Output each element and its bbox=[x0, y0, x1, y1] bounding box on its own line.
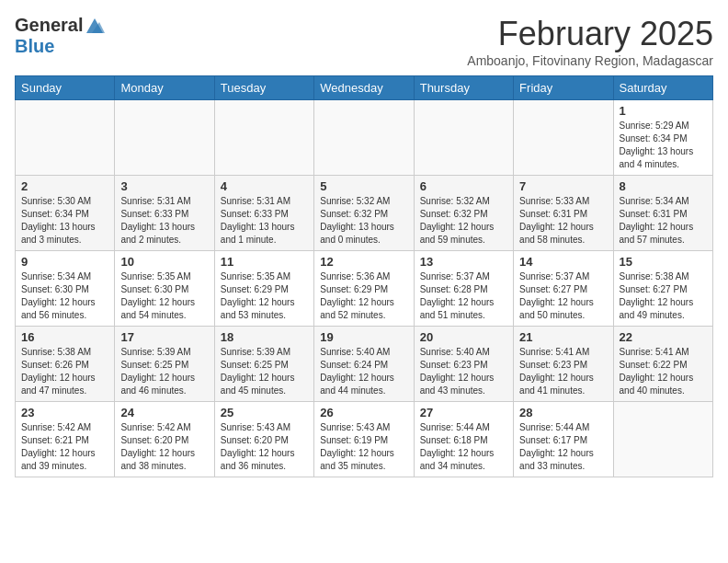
calendar-day-cell: 14Sunrise: 5:37 AM Sunset: 6:27 PM Dayli… bbox=[514, 251, 613, 327]
day-info: Sunrise: 5:41 AM Sunset: 6:23 PM Dayligh… bbox=[519, 346, 607, 397]
logo-icon bbox=[85, 17, 105, 35]
calendar-day-cell: 24Sunrise: 5:42 AM Sunset: 6:20 PM Dayli… bbox=[115, 402, 214, 477]
calendar-day-cell: 1Sunrise: 5:29 AM Sunset: 6:34 PM Daylig… bbox=[613, 100, 712, 176]
day-number: 26 bbox=[320, 406, 407, 419]
day-number: 22 bbox=[620, 330, 707, 344]
day-number: 28 bbox=[519, 406, 607, 419]
day-info: Sunrise: 5:31 AM Sunset: 6:33 PM Dayligh… bbox=[120, 195, 208, 247]
day-info: Sunrise: 5:35 AM Sunset: 6:29 PM Dayligh… bbox=[221, 270, 308, 322]
location-subtitle: Amboanjo, Fitovinany Region, Madagascar bbox=[467, 53, 713, 68]
day-number: 10 bbox=[120, 255, 208, 269]
calendar-day-cell: 15Sunrise: 5:38 AM Sunset: 6:27 PM Dayli… bbox=[613, 251, 712, 327]
day-info: Sunrise: 5:34 AM Sunset: 6:31 PM Dayligh… bbox=[620, 195, 707, 247]
calendar-day-cell: 8Sunrise: 5:34 AM Sunset: 6:31 PM Daylig… bbox=[613, 176, 712, 251]
day-number: 7 bbox=[519, 179, 607, 193]
weekday-header: Wednesday bbox=[314, 76, 414, 100]
weekday-header: Friday bbox=[514, 76, 613, 100]
calendar-day-cell bbox=[314, 100, 414, 176]
calendar-day-cell: 26Sunrise: 5:43 AM Sunset: 6:19 PM Dayli… bbox=[314, 402, 414, 477]
weekday-header: Tuesday bbox=[214, 76, 313, 100]
month-title: February 2025 bbox=[467, 15, 713, 53]
day-info: Sunrise: 5:39 AM Sunset: 6:25 PM Dayligh… bbox=[221, 346, 308, 397]
calendar-day-cell: 9Sunrise: 5:34 AM Sunset: 6:30 PM Daylig… bbox=[16, 251, 115, 327]
weekday-header: Thursday bbox=[414, 76, 513, 100]
calendar-day-cell bbox=[115, 100, 214, 176]
weekday-header: Monday bbox=[115, 76, 214, 100]
day-info: Sunrise: 5:31 AM Sunset: 6:33 PM Dayligh… bbox=[221, 195, 308, 247]
day-number: 21 bbox=[519, 330, 607, 344]
weekday-header: Saturday bbox=[613, 76, 712, 100]
day-number: 3 bbox=[120, 179, 208, 193]
day-number: 8 bbox=[620, 179, 707, 193]
day-info: Sunrise: 5:40 AM Sunset: 6:23 PM Dayligh… bbox=[420, 346, 507, 397]
calendar-day-cell: 3Sunrise: 5:31 AM Sunset: 6:33 PM Daylig… bbox=[115, 176, 214, 251]
day-number: 20 bbox=[420, 330, 507, 344]
calendar-day-cell: 25Sunrise: 5:43 AM Sunset: 6:20 PM Dayli… bbox=[214, 402, 313, 477]
calendar-day-cell: 18Sunrise: 5:39 AM Sunset: 6:25 PM Dayli… bbox=[214, 327, 313, 402]
calendar-day-cell: 2Sunrise: 5:30 AM Sunset: 6:34 PM Daylig… bbox=[16, 176, 115, 251]
calendar-week-row: 9Sunrise: 5:34 AM Sunset: 6:30 PM Daylig… bbox=[16, 251, 713, 327]
day-info: Sunrise: 5:34 AM Sunset: 6:30 PM Dayligh… bbox=[21, 270, 108, 322]
day-info: Sunrise: 5:37 AM Sunset: 6:27 PM Dayligh… bbox=[519, 270, 607, 322]
day-info: Sunrise: 5:40 AM Sunset: 6:24 PM Dayligh… bbox=[320, 346, 407, 397]
day-info: Sunrise: 5:42 AM Sunset: 6:21 PM Dayligh… bbox=[21, 421, 108, 473]
day-info: Sunrise: 5:38 AM Sunset: 6:27 PM Dayligh… bbox=[620, 270, 707, 322]
calendar-day-cell bbox=[613, 402, 712, 477]
day-info: Sunrise: 5:38 AM Sunset: 6:26 PM Dayligh… bbox=[21, 346, 108, 397]
day-number: 24 bbox=[120, 406, 208, 419]
day-info: Sunrise: 5:44 AM Sunset: 6:17 PM Dayligh… bbox=[519, 421, 607, 473]
calendar-day-cell bbox=[214, 100, 313, 176]
day-number: 9 bbox=[21, 255, 108, 269]
day-number: 23 bbox=[21, 406, 108, 419]
calendar-day-cell: 17Sunrise: 5:39 AM Sunset: 6:25 PM Dayli… bbox=[115, 327, 214, 402]
day-number: 14 bbox=[519, 255, 607, 269]
logo: General Blue bbox=[15, 15, 105, 57]
day-number: 5 bbox=[320, 179, 407, 193]
title-area: February 2025 Amboanjo, Fitovinany Regio… bbox=[467, 15, 713, 68]
day-number: 2 bbox=[21, 179, 108, 193]
calendar-day-cell: 5Sunrise: 5:32 AM Sunset: 6:32 PM Daylig… bbox=[314, 176, 414, 251]
calendar-day-cell: 23Sunrise: 5:42 AM Sunset: 6:21 PM Dayli… bbox=[16, 402, 115, 477]
day-info: Sunrise: 5:35 AM Sunset: 6:30 PM Dayligh… bbox=[120, 270, 208, 322]
day-number: 4 bbox=[221, 179, 308, 193]
calendar-week-row: 23Sunrise: 5:42 AM Sunset: 6:21 PM Dayli… bbox=[16, 402, 713, 477]
day-number: 1 bbox=[620, 104, 707, 118]
calendar-week-row: 2Sunrise: 5:30 AM Sunset: 6:34 PM Daylig… bbox=[16, 176, 713, 251]
calendar-day-cell: 4Sunrise: 5:31 AM Sunset: 6:33 PM Daylig… bbox=[214, 176, 313, 251]
calendar-week-row: 16Sunrise: 5:38 AM Sunset: 6:26 PM Dayli… bbox=[16, 327, 713, 402]
calendar-day-cell bbox=[514, 100, 613, 176]
logo-general-text: General bbox=[15, 15, 83, 36]
weekday-header: Sunday bbox=[16, 76, 115, 100]
day-number: 18 bbox=[221, 330, 308, 344]
day-number: 15 bbox=[620, 255, 707, 269]
calendar-day-cell bbox=[16, 100, 115, 176]
day-info: Sunrise: 5:43 AM Sunset: 6:19 PM Dayligh… bbox=[320, 421, 407, 473]
day-number: 27 bbox=[420, 406, 507, 419]
day-info: Sunrise: 5:44 AM Sunset: 6:18 PM Dayligh… bbox=[420, 421, 507, 473]
day-info: Sunrise: 5:42 AM Sunset: 6:20 PM Dayligh… bbox=[120, 421, 208, 473]
calendar-day-cell bbox=[414, 100, 513, 176]
day-info: Sunrise: 5:41 AM Sunset: 6:22 PM Dayligh… bbox=[620, 346, 707, 397]
day-info: Sunrise: 5:33 AM Sunset: 6:31 PM Dayligh… bbox=[519, 195, 607, 247]
calendar-day-cell: 12Sunrise: 5:36 AM Sunset: 6:29 PM Dayli… bbox=[314, 251, 414, 327]
calendar-day-cell: 11Sunrise: 5:35 AM Sunset: 6:29 PM Dayli… bbox=[214, 251, 313, 327]
logo-blue-text: Blue bbox=[15, 36, 54, 56]
day-number: 25 bbox=[221, 406, 308, 419]
calendar-day-cell: 28Sunrise: 5:44 AM Sunset: 6:17 PM Dayli… bbox=[514, 402, 613, 477]
day-number: 17 bbox=[120, 330, 208, 344]
weekday-header-row: SundayMondayTuesdayWednesdayThursdayFrid… bbox=[16, 76, 713, 100]
day-number: 16 bbox=[21, 330, 108, 344]
calendar-week-row: 1Sunrise: 5:29 AM Sunset: 6:34 PM Daylig… bbox=[16, 100, 713, 176]
calendar-day-cell: 6Sunrise: 5:32 AM Sunset: 6:32 PM Daylig… bbox=[414, 176, 513, 251]
day-info: Sunrise: 5:32 AM Sunset: 6:32 PM Dayligh… bbox=[420, 195, 507, 247]
day-info: Sunrise: 5:32 AM Sunset: 6:32 PM Dayligh… bbox=[320, 195, 407, 247]
calendar-table: SundayMondayTuesdayWednesdayThursdayFrid… bbox=[15, 75, 713, 477]
day-info: Sunrise: 5:36 AM Sunset: 6:29 PM Dayligh… bbox=[320, 270, 407, 322]
calendar-day-cell: 13Sunrise: 5:37 AM Sunset: 6:28 PM Dayli… bbox=[414, 251, 513, 327]
calendar-day-cell: 21Sunrise: 5:41 AM Sunset: 6:23 PM Dayli… bbox=[514, 327, 613, 402]
page-header: General Blue February 2025 Amboanjo, Fit… bbox=[15, 15, 713, 68]
day-number: 6 bbox=[420, 179, 507, 193]
day-info: Sunrise: 5:37 AM Sunset: 6:28 PM Dayligh… bbox=[420, 270, 507, 322]
day-number: 13 bbox=[420, 255, 507, 269]
calendar-day-cell: 20Sunrise: 5:40 AM Sunset: 6:23 PM Dayli… bbox=[414, 327, 513, 402]
